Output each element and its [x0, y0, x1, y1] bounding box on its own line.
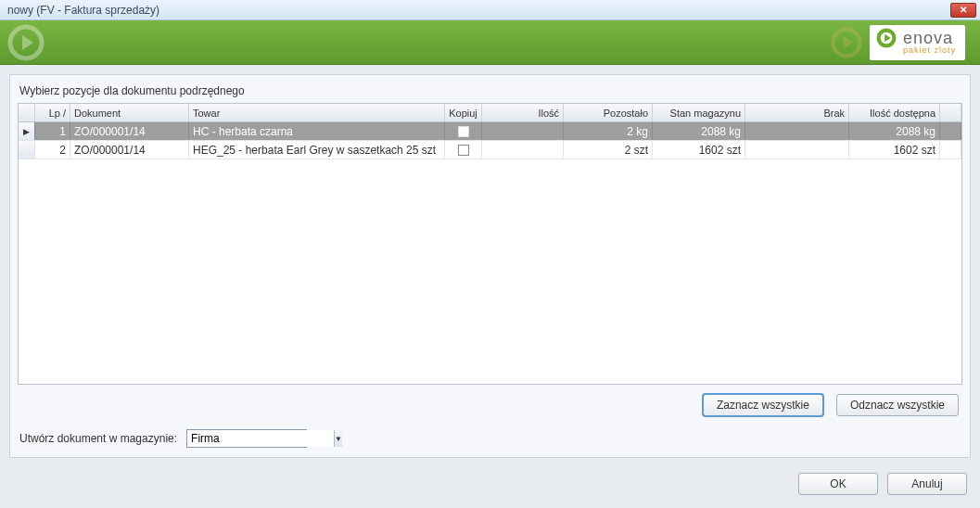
cell-brak[interactable] — [745, 122, 849, 140]
grid[interactable]: Lp / Dokument Towar Kopiuj Ilość Pozosta… — [18, 103, 962, 385]
brand-sub: pakiet zloty — [903, 46, 956, 55]
cell-brak[interactable] — [745, 141, 849, 159]
cell-dostepna[interactable]: 1602 szt — [849, 141, 940, 159]
cell-lp[interactable]: 2 — [35, 141, 70, 159]
warehouse-row: Utwórz dokument w magazynie: ▼ — [18, 420, 962, 450]
col-towar[interactable]: Towar — [189, 104, 445, 121]
deselect-all-button[interactable]: Odznacz wszystkie — [836, 394, 959, 416]
warehouse-label: Utwórz dokument w magazynie: — [19, 432, 177, 445]
close-button[interactable]: ✕ — [950, 3, 976, 18]
col-pozostalo[interactable]: Pozostało — [564, 104, 653, 121]
ok-button[interactable]: OK — [798, 473, 878, 495]
instruction-text: Wybierz pozycje dla dokumentu podrzędneg… — [18, 83, 962, 103]
brand-name: enova — [903, 29, 953, 47]
svg-marker-3 — [844, 36, 853, 49]
cell-lp[interactable]: 1 — [35, 122, 70, 140]
table-row[interactable]: ▶1ZO/000001/14HC - herbata czarna2 kg208… — [19, 122, 961, 141]
cell-ilosc[interactable] — [482, 122, 564, 140]
selection-buttons: Zaznacz wszystkie Odznacz wszystkie — [18, 385, 962, 420]
cell-dostepna[interactable]: 2088 kg — [849, 122, 940, 140]
cell-stan[interactable]: 1602 szt — [653, 141, 745, 159]
col-stan[interactable]: Stan magazynu — [653, 104, 745, 121]
svg-marker-1 — [22, 35, 33, 50]
cell-kopiuj[interactable] — [445, 141, 482, 159]
cell-tail — [940, 141, 961, 159]
play-icon — [6, 22, 46, 63]
main-panel: Wybierz pozycje dla dokumentu podrzędneg… — [9, 74, 971, 458]
cell-tail — [940, 122, 961, 140]
play-icon-faded — [831, 27, 862, 58]
brand-area: enova pakiet zloty — [831, 25, 965, 60]
col-kopiuj[interactable]: Kopiuj — [445, 104, 482, 121]
select-all-button[interactable]: Zaznacz wszystkie — [703, 394, 823, 416]
svg-marker-5 — [885, 33, 891, 41]
chevron-down-icon[interactable]: ▼ — [334, 430, 342, 447]
col-lp[interactable]: Lp / — [35, 104, 70, 121]
col-brak[interactable]: Brak — [745, 104, 849, 121]
window-title: nowy (FV - Faktura sprzedaży) — [7, 4, 159, 17]
kopiuj-checkbox[interactable] — [458, 145, 469, 156]
cell-pozostalo[interactable]: 2 kg — [564, 122, 653, 140]
col-dokument[interactable]: Dokument — [70, 104, 189, 121]
warehouse-combo[interactable]: ▼ — [186, 429, 307, 448]
title-bar: nowy (FV - Faktura sprzedaży) ✕ — [0, 0, 980, 20]
col-row-selector — [19, 104, 35, 121]
row-handle[interactable]: ▶ — [19, 122, 35, 140]
cell-ilosc[interactable] — [482, 141, 564, 159]
row-handle[interactable] — [19, 141, 35, 159]
col-ilosc[interactable]: Ilość — [482, 104, 564, 121]
kopiuj-checkbox[interactable] — [458, 126, 469, 137]
cell-towar[interactable]: HC - herbata czarna — [189, 122, 445, 140]
cell-kopiuj[interactable] — [445, 122, 482, 140]
cell-pozostalo[interactable]: 2 szt — [564, 141, 653, 159]
header-band: enova pakiet zloty — [0, 20, 980, 65]
warehouse-input[interactable] — [187, 430, 334, 447]
brand-logo: enova pakiet zloty — [870, 25, 965, 60]
footer: OK Anuluj — [0, 467, 980, 508]
cell-dokument[interactable]: ZO/000001/14 — [70, 141, 189, 159]
cell-dokument[interactable]: ZO/000001/14 — [70, 122, 189, 140]
grid-header: Lp / Dokument Towar Kopiuj Ilość Pozosta… — [19, 104, 961, 122]
col-tail — [940, 104, 961, 121]
row-pointer-icon: ▶ — [23, 127, 30, 136]
grid-body: ▶1ZO/000001/14HC - herbata czarna2 kg208… — [19, 122, 961, 384]
cell-stan[interactable]: 2088 kg — [653, 122, 745, 140]
table-row[interactable]: 2ZO/000001/14HEG_25 - herbata Earl Grey … — [19, 141, 961, 159]
cell-towar[interactable]: HEG_25 - herbata Earl Grey w saszetkach … — [189, 141, 445, 159]
cancel-button[interactable]: Anuluj — [887, 473, 967, 495]
close-icon: ✕ — [960, 5, 967, 15]
col-dostepna[interactable]: Ilość dostępna — [849, 104, 940, 121]
